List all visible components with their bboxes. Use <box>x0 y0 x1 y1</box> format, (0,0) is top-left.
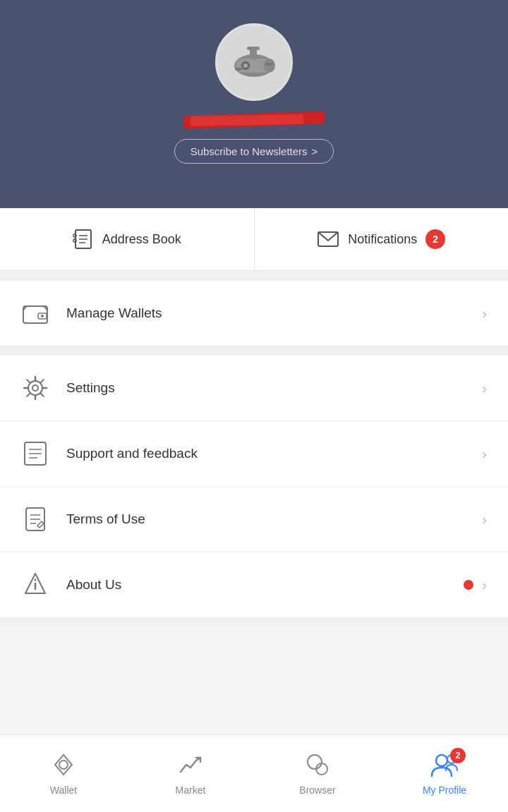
settings-icon <box>21 374 49 402</box>
svg-point-41 <box>59 761 68 769</box>
svg-rect-4 <box>247 47 260 50</box>
about-label: About Us <box>66 577 464 593</box>
notifications-icon <box>317 229 339 249</box>
manage-wallets-label: Manage Wallets <box>66 305 482 321</box>
market-nav-label: Market <box>176 784 206 796</box>
menu-separator-1 <box>0 271 508 281</box>
terms-item[interactable]: Terms of Use › <box>0 487 508 552</box>
avatar <box>215 23 293 101</box>
about-item[interactable]: About Us › <box>0 552 508 617</box>
svg-point-18 <box>41 315 44 317</box>
chevron-right-icon: › <box>482 380 487 396</box>
svg-rect-7 <box>265 63 273 66</box>
support-item[interactable]: Support and feedback › <box>0 421 508 487</box>
nav-browser[interactable]: Browser <box>254 735 381 812</box>
address-book-icon <box>73 229 94 249</box>
wallet-nav-icon-wrap <box>51 752 76 780</box>
market-nav-icon-wrap <box>178 752 203 780</box>
svg-point-6 <box>243 63 248 68</box>
menu-section-main: Settings › Support and feedback › <box>0 356 508 617</box>
svg-point-20 <box>32 385 38 391</box>
username-redacted <box>183 111 325 129</box>
svg-line-25 <box>27 380 30 382</box>
svg-rect-8 <box>235 68 242 71</box>
svg-line-26 <box>41 394 44 396</box>
nav-market[interactable]: Market <box>127 735 254 812</box>
svg-marker-40 <box>55 755 72 775</box>
menu-separator-3 <box>0 617 508 627</box>
chevron-right-icon: › <box>482 446 487 462</box>
address-book-label: Address Book <box>102 232 181 247</box>
subscribe-newsletter-button[interactable]: Subscribe to Newsletters > <box>174 139 334 164</box>
subscribe-label: Subscribe to Newsletters <box>190 145 308 157</box>
address-book-button[interactable]: Address Book <box>0 208 255 270</box>
about-icon <box>21 571 49 599</box>
chevron-right-icon: › <box>482 305 487 322</box>
svg-rect-16 <box>23 306 47 323</box>
menu-separator-2 <box>0 346 508 356</box>
about-update-dot <box>464 580 473 590</box>
wallet-nav-label: Wallet <box>50 784 77 796</box>
svg-line-28 <box>27 394 30 396</box>
quick-actions-bar: Address Book Notifications 2 <box>0 208 508 271</box>
svg-point-42 <box>308 755 322 769</box>
wallet-icon <box>21 299 49 327</box>
profile-header: Subscribe to Newsletters > <box>0 0 508 208</box>
profile-nav-label: My Profile <box>423 784 466 796</box>
settings-item[interactable]: Settings › <box>0 356 508 421</box>
wallet-nav-icon <box>51 752 76 777</box>
browser-nav-icon-wrap <box>305 752 330 780</box>
profile-nav-icon-wrap: 2 <box>430 752 459 780</box>
terms-label: Terms of Use <box>66 511 482 527</box>
svg-line-27 <box>41 380 44 382</box>
chevron-right-icon: › <box>482 577 487 593</box>
notifications-badge: 2 <box>425 229 445 249</box>
settings-label: Settings <box>66 380 482 396</box>
manage-wallets-item[interactable]: Manage Wallets › <box>0 281 508 346</box>
svg-point-39 <box>35 579 37 581</box>
chevron-right-icon: › <box>482 511 487 528</box>
subscribe-arrow: > <box>312 145 318 157</box>
nav-wallet[interactable]: Wallet <box>0 735 127 812</box>
nav-my-profile[interactable]: 2 My Profile <box>381 735 508 812</box>
notifications-button[interactable]: Notifications 2 <box>255 208 509 270</box>
support-icon <box>21 440 49 468</box>
terms-icon <box>21 505 49 533</box>
avatar-submarine-icon <box>226 34 282 90</box>
svg-point-44 <box>436 755 447 766</box>
notifications-label: Notifications <box>348 232 417 247</box>
browser-nav-label: Browser <box>299 784 335 796</box>
market-nav-icon <box>178 752 203 777</box>
profile-nav-badge: 2 <box>450 748 466 763</box>
bottom-navigation: Wallet Market Browser 2 <box>0 734 508 812</box>
browser-nav-icon <box>305 752 330 777</box>
menu-section-wallets: Manage Wallets › <box>0 281 508 346</box>
support-label: Support and feedback <box>66 446 482 461</box>
